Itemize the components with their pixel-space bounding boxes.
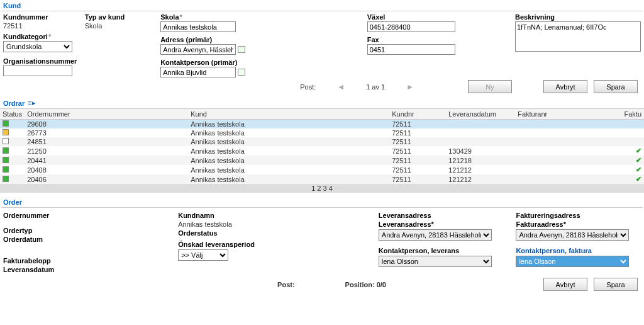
skola-label: Skola*: [160, 13, 249, 21]
kundnummer-value: 72511: [3, 21, 80, 32]
fax-label: Fax: [367, 36, 485, 43]
col-faktu[interactable]: Faktu: [603, 109, 644, 120]
card-icon[interactable]: [238, 46, 245, 53]
status-icon: [3, 147, 9, 154]
kundkategori-select[interactable]: Grundskola: [3, 41, 72, 52]
kontakt-label: Kontaktperson (primär): [160, 59, 249, 66]
avbryt-button[interactable]: Avbryt: [543, 80, 587, 93]
orgnr-label: Organisationsnummer: [3, 57, 80, 65]
check-icon: ✔: [636, 175, 641, 183]
col-fakturanr[interactable]: Fakturanr: [515, 109, 603, 120]
status-icon: [3, 166, 9, 173]
onskad-select[interactable]: >> Välj: [178, 249, 228, 261]
beskrivning-label: Beskrivning: [515, 13, 641, 21]
levadr-select[interactable]: Andra Avenyn, 28183 Hässleholm: [379, 229, 492, 241]
col-leveransdatum[interactable]: Leveransdatum: [446, 109, 515, 120]
footer-position: Position: 0/0: [345, 281, 386, 288]
levadr-heading: Leveransadress: [379, 212, 504, 219]
kontfakt-label: Kontaktperson, faktura: [516, 247, 641, 254]
fax-input[interactable]: [367, 44, 455, 55]
col-kundnr[interactable]: Kundnr: [389, 109, 446, 120]
orgnr-input[interactable]: [3, 66, 72, 76]
footer-spara-button[interactable]: Spara: [594, 278, 638, 291]
kundnamn-value: Annikas testskola: [178, 220, 303, 228]
prev-icon[interactable]: ◄: [333, 83, 348, 91]
table-row[interactable]: 20441Annikas testskola72511121218✔: [0, 156, 644, 165]
status-icon: [3, 129, 9, 135]
status-icon: [3, 157, 9, 163]
adress-input[interactable]: [160, 44, 236, 55]
table-row[interactable]: 24851Annikas testskola72511: [0, 137, 644, 146]
col-ordernummer[interactable]: Ordernummer: [25, 109, 188, 120]
kontfakt-select[interactable]: lena Olsson: [516, 256, 629, 267]
kundnamn-label: Kundnamn: [178, 212, 303, 219]
col-status[interactable]: Status: [0, 109, 25, 120]
kontlev-label: Kontaktperson, leverans: [379, 247, 504, 254]
status-icon: [3, 120, 9, 127]
skola-input[interactable]: [160, 21, 236, 32]
ordrar-table: Status Ordernummer Kund Kundnr Leveransd…: [0, 108, 644, 184]
ordernummer-label: Ordernummer: [3, 212, 165, 219]
beskrivning-input[interactable]: [515, 21, 641, 52]
order-title: Order: [0, 197, 644, 207]
kund-title: Kund: [0, 0, 644, 11]
levadr-label: Leveransadress*: [379, 220, 504, 228]
typ-value: Skola: [85, 21, 155, 32]
next-icon[interactable]: ►: [402, 83, 418, 91]
post-position: 1 av 1: [366, 83, 385, 91]
spara-button[interactable]: Spara: [594, 80, 638, 93]
table-row[interactable]: 29608Annikas testskola72511: [0, 120, 644, 129]
ordrar-pager[interactable]: 1 2 3 4: [0, 184, 644, 193]
table-row[interactable]: 20406Annikas testskola72511121212✔: [0, 174, 644, 184]
fakturabelopp-label: Fakturabelopp: [3, 257, 165, 265]
footer-post-label: Post:: [277, 281, 295, 288]
footer-avbryt-button[interactable]: Avbryt: [543, 278, 587, 291]
status-icon: [3, 138, 9, 144]
vaxel-label: Växel: [367, 13, 485, 21]
kontlev-select[interactable]: lena Olsson: [379, 256, 492, 267]
adress-label: Adress (primär): [160, 36, 249, 43]
leveransdatum-label: Leveransdatum: [3, 266, 165, 273]
table-row[interactable]: 26773Annikas testskola72511: [0, 128, 644, 137]
orderdatum-label: Orderdatum: [3, 236, 165, 243]
status-icon: [3, 176, 9, 182]
faktadr-select[interactable]: Andra Avenyn, 28183 Hässleholm: [516, 229, 629, 241]
kontakt-input[interactable]: [160, 67, 236, 77]
faktadr-heading: Faktureringsadress: [516, 212, 641, 219]
menu-icon[interactable]: ≡▸: [28, 99, 35, 107]
onskad-label: Önskad leveransperiod: [178, 241, 303, 248]
card-icon[interactable]: [238, 69, 245, 76]
ordertyp-label: Ordertyp: [3, 227, 165, 234]
check-icon: ✔: [636, 156, 641, 164]
orderstatus-label: Orderstatus: [178, 229, 303, 237]
typ-label: Typ av kund: [85, 13, 155, 21]
ny-button[interactable]: Ny: [468, 80, 512, 93]
table-row[interactable]: 20408Annikas testskola72511121212✔: [0, 165, 644, 174]
faktadr-label: Fakturaadress*: [516, 220, 641, 228]
post-label: Post:: [300, 83, 316, 91]
check-icon: ✔: [636, 147, 641, 154]
kundkategori-label: Kundkategori*: [3, 33, 80, 40]
check-icon: ✔: [636, 166, 641, 173]
vaxel-input[interactable]: [367, 21, 455, 32]
col-kund[interactable]: Kund: [188, 109, 389, 120]
table-row[interactable]: 21250Annikas testskola72511130429✔: [0, 146, 644, 156]
ordrar-title: Ordrar: [3, 100, 25, 107]
kundnummer-label: Kundnummer: [3, 13, 80, 21]
